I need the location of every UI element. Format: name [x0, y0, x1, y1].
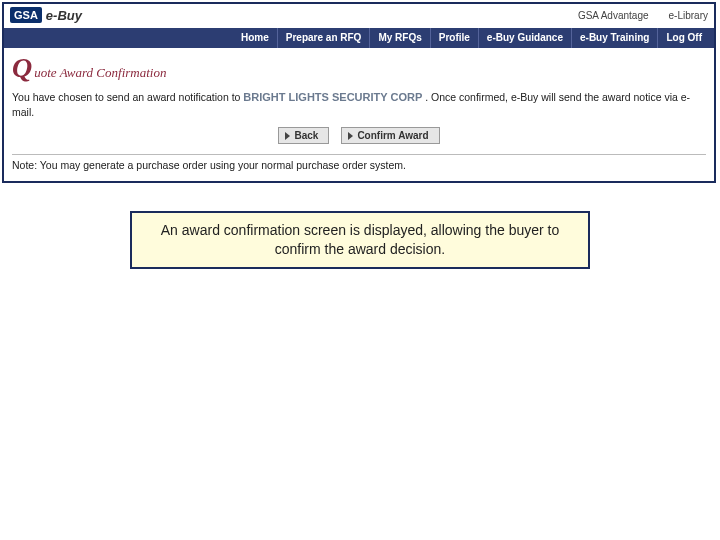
content-area: Q uote Award Confirmation You have chose… — [4, 48, 714, 181]
link-elibrary[interactable]: e-Library — [669, 10, 708, 21]
page-title: Q uote Award Confirmation — [12, 54, 706, 82]
top-bar: GSA e-Buy GSA Advantage e-Library — [4, 4, 714, 28]
nav-profile[interactable]: Profile — [430, 28, 478, 48]
link-gsa-advantage[interactable]: GSA Advantage — [578, 10, 649, 21]
gsa-logo: GSA — [10, 7, 42, 23]
logo-area: GSA e-Buy — [10, 7, 82, 23]
confirm-label: Confirm Award — [357, 130, 428, 141]
utility-links: GSA Advantage e-Library — [578, 10, 708, 21]
chevron-right-icon — [348, 132, 353, 140]
back-label: Back — [294, 130, 318, 141]
nav-home[interactable]: Home — [233, 28, 277, 48]
confirmation-text: You have chosen to send an award notific… — [12, 90, 706, 119]
app-window: GSA e-Buy GSA Advantage e-Library Home P… — [2, 2, 716, 183]
nav-log-off[interactable]: Log Off — [657, 28, 710, 48]
nav-my-rfqs[interactable]: My RFQs — [369, 28, 429, 48]
product-name: e-Buy — [46, 8, 82, 23]
confirm-award-button[interactable]: Confirm Award — [341, 127, 439, 144]
back-button[interactable]: Back — [278, 127, 329, 144]
intro-before: You have chosen to send an award notific… — [12, 91, 243, 103]
nav-ebuy-training[interactable]: e-Buy Training — [571, 28, 657, 48]
nav-prepare-rfq[interactable]: Prepare an RFQ — [277, 28, 370, 48]
title-initial: Q — [12, 54, 32, 82]
action-buttons: Back Confirm Award — [12, 127, 706, 144]
annotation-callout: An award confirmation screen is displaye… — [130, 211, 590, 269]
main-nav: Home Prepare an RFQ My RFQs Profile e-Bu… — [4, 28, 714, 48]
footnote: Note: You may generate a purchase order … — [12, 159, 706, 171]
vendor-name: BRIGHT LIGHTS SECURITY CORP — [243, 91, 422, 103]
title-rest: uote Award Confirmation — [34, 65, 166, 81]
nav-ebuy-guidance[interactable]: e-Buy Guidance — [478, 28, 571, 48]
divider — [12, 154, 706, 155]
chevron-right-icon — [285, 132, 290, 140]
